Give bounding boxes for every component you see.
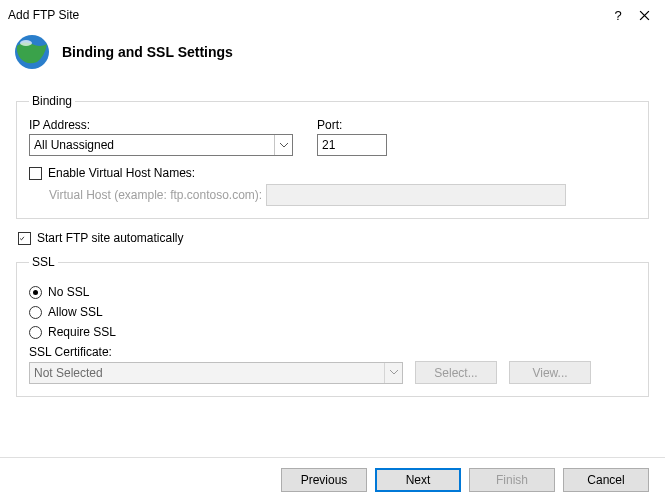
svg-point-1 bbox=[20, 40, 32, 46]
enable-virtual-host-row[interactable]: Enable Virtual Host Names: bbox=[29, 166, 636, 180]
wizard-footer: Previous Next Finish Cancel bbox=[0, 457, 665, 501]
no-ssl-label: No SSL bbox=[48, 285, 89, 299]
window-title: Add FTP Site bbox=[8, 8, 605, 22]
ip-address-label: IP Address: bbox=[29, 118, 293, 132]
chevron-down-icon bbox=[274, 135, 292, 155]
titlebar: Add FTP Site ? bbox=[0, 0, 665, 30]
start-automatically-checkbox[interactable] bbox=[18, 232, 31, 245]
virtual-host-label: Virtual Host (example: ftp.contoso.com): bbox=[49, 188, 262, 202]
start-automatically-row[interactable]: Start FTP site automatically bbox=[18, 231, 649, 245]
no-ssl-radio[interactable] bbox=[29, 286, 42, 299]
close-icon bbox=[639, 10, 650, 21]
page-title: Binding and SSL Settings bbox=[62, 44, 233, 60]
add-ftp-site-dialog: Add FTP Site ? Binding and SSL Settings … bbox=[0, 0, 665, 501]
ssl-legend: SSL bbox=[29, 255, 58, 269]
close-button[interactable] bbox=[631, 4, 657, 26]
start-automatically-label: Start FTP site automatically bbox=[37, 231, 184, 245]
port-input[interactable] bbox=[317, 134, 387, 156]
select-certificate-button: Select... bbox=[415, 361, 497, 384]
ssl-certificate-value: Not Selected bbox=[34, 366, 103, 380]
binding-group: Binding IP Address: All Unassigned Port: bbox=[16, 94, 649, 219]
enable-virtual-host-label: Enable Virtual Host Names: bbox=[48, 166, 195, 180]
next-button[interactable]: Next bbox=[375, 468, 461, 492]
allow-ssl-label: Allow SSL bbox=[48, 305, 103, 319]
require-ssl-label: Require SSL bbox=[48, 325, 116, 339]
wizard-body: Binding IP Address: All Unassigned Port: bbox=[0, 86, 665, 397]
allow-ssl-radio[interactable] bbox=[29, 306, 42, 319]
virtual-host-input bbox=[266, 184, 566, 206]
require-ssl-radio[interactable] bbox=[29, 326, 42, 339]
wizard-header: Binding and SSL Settings bbox=[0, 30, 665, 86]
require-ssl-row[interactable]: Require SSL bbox=[29, 325, 636, 339]
chevron-down-icon bbox=[384, 363, 402, 383]
enable-virtual-host-checkbox[interactable] bbox=[29, 167, 42, 180]
previous-button[interactable]: Previous bbox=[281, 468, 367, 492]
no-ssl-row[interactable]: No SSL bbox=[29, 285, 636, 299]
allow-ssl-row[interactable]: Allow SSL bbox=[29, 305, 636, 319]
check-icon bbox=[19, 233, 25, 244]
view-certificate-button: View... bbox=[509, 361, 591, 384]
port-label: Port: bbox=[317, 118, 387, 132]
ssl-certificate-select: Not Selected bbox=[29, 362, 403, 384]
finish-button: Finish bbox=[469, 468, 555, 492]
binding-legend: Binding bbox=[29, 94, 75, 108]
ssl-group: SSL No SSL Allow SSL Require SSL SSL Cer… bbox=[16, 255, 649, 397]
ssl-certificate-label: SSL Certificate: bbox=[29, 345, 636, 359]
ip-address-select[interactable]: All Unassigned bbox=[29, 134, 293, 156]
ip-address-value: All Unassigned bbox=[34, 138, 114, 152]
help-button[interactable]: ? bbox=[605, 4, 631, 26]
globe-icon bbox=[12, 32, 52, 72]
cancel-button[interactable]: Cancel bbox=[563, 468, 649, 492]
